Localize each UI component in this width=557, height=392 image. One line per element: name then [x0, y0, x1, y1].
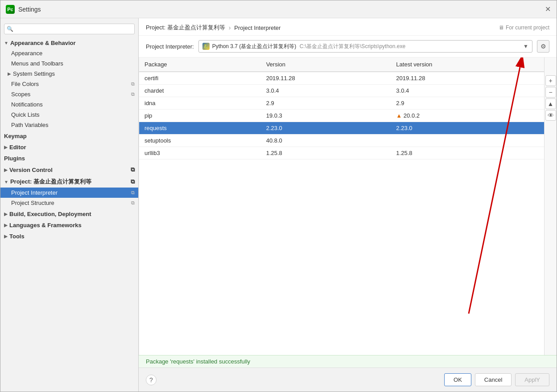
package-version: 1.25.8	[261, 147, 391, 159]
chevron-right-icon: ▶	[4, 223, 8, 228]
package-name: urllib3	[139, 147, 261, 159]
package-name: pip	[139, 110, 261, 122]
col-version: Version	[261, 57, 391, 72]
package-version: 19.0.3	[261, 110, 391, 122]
package-version: 2.9	[261, 97, 391, 110]
package-name: requests	[139, 122, 261, 135]
breadcrumb: Project: 基金止盈点计算复利等 › Project Interprete…	[139, 18, 557, 36]
upgrade-package-button[interactable]: ▲	[545, 98, 556, 109]
package-version: 2019.11.28	[261, 72, 391, 85]
table-row[interactable]: requests2.23.02.23.0	[139, 122, 544, 135]
chevron-down-icon: ▼	[4, 41, 8, 45]
sidebar-item-build[interactable]: ▶ Build, Execution, Deployment	[0, 209, 138, 219]
package-name: certifi	[139, 72, 261, 85]
section-label: Appearance & Behavior	[10, 40, 76, 46]
interpreter-select[interactable]: 🐍 Python 3.7 (基金止盈点计算复利等) C:\基金止盈点计算复利等\…	[198, 40, 532, 53]
sidebar-item-languages[interactable]: ▶ Languages & Frameworks	[0, 220, 138, 230]
table-row[interactable]: setuptools40.8.0	[139, 135, 544, 147]
sidebar-item-keymap[interactable]: Keymap	[0, 131, 138, 141]
sidebar-item-scopes[interactable]: Scopes ⧉	[0, 89, 138, 99]
package-name: chardet	[139, 85, 261, 97]
interpreter-select-name: Python 3.7 (基金止盈点计算复利等) C:\基金止盈点计算复利等\Sc…	[212, 43, 405, 50]
sidebar-item-notifications[interactable]: Notifications	[0, 99, 138, 110]
col-latest: Latest version	[391, 57, 544, 72]
dropdown-chevron-icon: ▼	[523, 43, 528, 49]
chevron-right-icon: ▶	[4, 145, 8, 150]
sidebar-item-appearance[interactable]: Appearance	[0, 48, 138, 58]
copy-icon: ⧉	[131, 190, 135, 196]
breadcrumb-separator: ›	[229, 24, 231, 31]
help-button[interactable]: ?	[146, 375, 157, 385]
interpreter-settings-button[interactable]: ⚙	[537, 40, 549, 53]
window-title: Settings	[18, 6, 41, 13]
breadcrumb-project: Project: 基金止盈点计算复利等	[146, 24, 225, 32]
interpreter-label: Project Interpreter:	[146, 43, 194, 50]
interpreter-path: C:\基金止盈点计算复利等\Scripts\python.exe	[300, 43, 405, 49]
section-build: ▶ Build, Execution, Deployment	[0, 209, 138, 219]
table-row[interactable]: idna2.92.9	[139, 97, 544, 110]
sidebar-item-project-interpreter[interactable]: Project Interpreter ⧉	[0, 188, 138, 198]
app-icon: Pc	[6, 5, 15, 14]
copy-icon: ⧉	[131, 200, 135, 206]
sidebar-item-editor[interactable]: ▶ Editor	[0, 142, 138, 152]
package-table: Package Version Latest version certifi20…	[139, 57, 544, 159]
table-container: Package Version Latest version certifi20…	[139, 57, 544, 355]
chevron-right-icon: ▶	[4, 167, 8, 172]
sidebar-item-file-colors[interactable]: File Colors ⧉	[0, 79, 138, 89]
sidebar-item-tools[interactable]: ▶ Tools	[0, 231, 138, 241]
section-languages: ▶ Languages & Frameworks	[0, 220, 138, 230]
title-bar: Pc Settings ✕	[0, 0, 557, 18]
status-bar: Package 'requests' installed successfull…	[139, 355, 557, 368]
package-latest-version: 1.25.8	[391, 147, 544, 159]
keymap-label: Keymap	[4, 133, 27, 139]
copy-icon: ⧉	[131, 91, 135, 97]
package-name: setuptools	[139, 135, 261, 147]
interpreter-select-wrap: 🐍 Python 3.7 (基金止盈点计算复利等) C:\基金止盈点计算复利等\…	[198, 40, 532, 53]
add-package-button[interactable]: +	[545, 75, 556, 86]
section-appearance-behavior: ▼ Appearance & Behavior Appearance Menus…	[0, 38, 138, 130]
remove-package-button[interactable]: −	[545, 87, 556, 98]
sidebar-item-path-variables[interactable]: Path Variables	[0, 120, 138, 130]
package-latest-version: 3.0.4	[391, 85, 544, 97]
table-row[interactable]: urllib31.25.81.25.8	[139, 147, 544, 159]
package-latest-version	[391, 135, 544, 147]
package-version: 2.23.0	[261, 122, 391, 135]
sidebar-item-menus-toolbars[interactable]: Menus and Toolbars	[0, 58, 138, 69]
sidebar-item-system-settings[interactable]: ▶ System Settings	[0, 69, 138, 79]
copy-icon: ⧉	[131, 178, 135, 185]
copy-icon: ⧉	[131, 166, 135, 173]
sidebar-item-plugins[interactable]: Plugins	[0, 153, 138, 163]
sidebar-section-appearance-behavior[interactable]: ▼ Appearance & Behavior	[0, 38, 138, 48]
table-row[interactable]: chardet3.0.43.0.4	[139, 85, 544, 97]
breadcrumb-note-text: For current project	[506, 24, 549, 31]
breadcrumb-note: 🖥 For current project	[499, 24, 549, 31]
sidebar-item-project-structure[interactable]: Project Structure ⧉	[0, 198, 138, 208]
chevron-right-icon: ▶	[4, 234, 8, 239]
monitor-icon: 🖥	[499, 24, 504, 31]
search-input[interactable]	[4, 24, 135, 34]
interpreter-row: Project Interpreter: 🐍 Python 3.7 (基金止盈点…	[139, 36, 557, 57]
close-button[interactable]: ✕	[544, 6, 551, 13]
chevron-down-icon: ▼	[4, 180, 8, 184]
section-tools: ▶ Tools	[0, 231, 138, 241]
table-row[interactable]: pip19.0.3▲ 20.0.2	[139, 110, 544, 122]
sidebar-item-version-control[interactable]: ▶ Version Control ⧉	[0, 164, 138, 175]
status-message: Package 'requests' installed successfull…	[146, 358, 250, 365]
cancel-button[interactable]: Cancel	[475, 373, 512, 386]
table-row[interactable]: certifi2019.11.282019.11.28	[139, 72, 544, 85]
package-area: Package Version Latest version certifi20…	[139, 57, 557, 355]
ok-button[interactable]: OK	[444, 373, 471, 386]
view-package-button[interactable]: 👁	[545, 110, 556, 121]
table-actions: + − ▲ 👁	[544, 57, 557, 355]
apply-button[interactable]: ApplY	[515, 373, 549, 386]
package-latest-version: 2019.11.28	[391, 72, 544, 85]
breadcrumb-current: Project Interpreter	[234, 24, 281, 31]
sidebar-item-project[interactable]: ▼ Project: 基金止盈点计算复利等 ⧉	[0, 176, 138, 188]
package-latest-version: 2.23.0	[391, 122, 544, 135]
chevron-right-icon: ▶	[8, 71, 11, 76]
sidebar-item-quick-lists[interactable]: Quick Lists	[0, 110, 138, 120]
section-plugins: Plugins	[0, 153, 138, 163]
package-name: idna	[139, 97, 261, 110]
footer: ? OK Cancel ApplY	[139, 368, 557, 392]
package-version: 3.0.4	[261, 85, 391, 97]
